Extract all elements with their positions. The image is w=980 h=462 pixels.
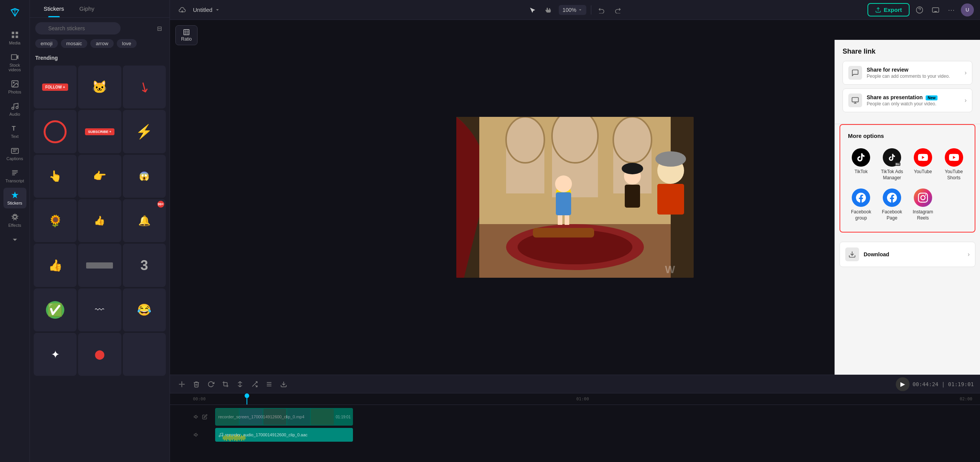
sticker-panel: Stickers Giphy 🔍 ⊟ emoji mosaic arrow lo… xyxy=(30,0,170,462)
redo-button[interactable] xyxy=(612,4,623,16)
tiktok-ads-icon: Biz xyxy=(883,148,901,167)
platform-tiktok[interactable]: TikTok xyxy=(848,145,874,184)
playhead[interactable] xyxy=(247,393,247,405)
more-options-section: More options TikTok Biz TikTo xyxy=(840,124,975,233)
sticker-bell[interactable]: 🔔 99+ xyxy=(123,199,166,242)
sidebar-item-stickers[interactable]: Stickers xyxy=(3,188,26,208)
timecode: 00:44:24 | 01:19:01 xyxy=(913,381,974,387)
sticker-arrow[interactable]: ↘ xyxy=(123,66,166,108)
cloud-save-button[interactable] xyxy=(176,4,188,16)
sticker-check[interactable]: ✅ xyxy=(34,288,77,331)
instagram-reels-icon xyxy=(914,188,932,207)
svg-text:T: T xyxy=(11,125,15,132)
like-sticker: 👍 xyxy=(94,215,105,226)
youtube-label: YouTube xyxy=(914,169,932,175)
sidebar-item-captions[interactable]: Captions xyxy=(3,143,26,164)
sticker-thumb[interactable]: 👍 xyxy=(34,244,77,287)
countdown-sticker: 3 xyxy=(140,257,148,274)
tag-love[interactable]: love xyxy=(117,39,137,48)
adjust-button[interactable] xyxy=(263,378,275,390)
sticker-countdown[interactable]: 3 xyxy=(123,244,166,287)
svg-rect-55 xyxy=(558,215,562,225)
sidebar-item-audio[interactable]: Audio xyxy=(3,99,26,120)
sidebar-item-photos[interactable]: Photos xyxy=(3,77,26,97)
delete-button[interactable] xyxy=(191,378,202,390)
platform-facebook-group[interactable]: Facebook group xyxy=(848,185,874,224)
undo-button[interactable] xyxy=(596,4,607,16)
svg-rect-5 xyxy=(15,36,18,38)
sidebar-item-transcript[interactable]: Transcript xyxy=(3,165,26,186)
sticker-scream[interactable]: 😱 xyxy=(123,155,166,198)
sidebar-item-text[interactable]: T Text xyxy=(3,121,26,142)
video-clip[interactable]: recorder_screen_1700014912600_clip_0.mp4… xyxy=(215,408,353,426)
platform-instagram-reels[interactable]: Instagram Reels xyxy=(910,185,936,224)
play-button[interactable]: ▶ xyxy=(896,377,910,391)
tab-giphy[interactable]: Giphy xyxy=(72,0,102,17)
download-clip-button[interactable] xyxy=(278,378,289,390)
audio-clip[interactable]: recorder_audio_1700014912600_clip_0.aac xyxy=(215,428,353,442)
sticker-lightning[interactable]: ⚡ xyxy=(123,110,166,153)
hand-sticker: 👉 xyxy=(93,170,106,182)
platform-facebook-page[interactable]: Facebook Page xyxy=(879,185,905,224)
trending-title: Trending xyxy=(30,52,170,64)
tab-stickers[interactable]: Stickers xyxy=(36,0,72,17)
sticker-hand[interactable]: 👉 xyxy=(78,155,121,198)
download-option[interactable]: Download › xyxy=(840,242,975,267)
youtube-shorts-label: YouTube Shorts xyxy=(942,169,965,181)
track-volume-button[interactable] xyxy=(193,413,200,420)
project-name[interactable]: Untitled xyxy=(193,7,220,13)
rotate-button[interactable] xyxy=(205,378,217,390)
sidebar-transcript-label: Transcript xyxy=(5,179,24,183)
hand-tool-button[interactable] xyxy=(543,4,554,16)
sticker-follow[interactable]: FOLLOW + xyxy=(34,66,77,108)
platform-youtube-shorts[interactable]: YouTube Shorts xyxy=(941,145,967,184)
sticker-tape[interactable] xyxy=(78,244,121,287)
flip-button[interactable] xyxy=(234,378,246,390)
export-button[interactable]: Export xyxy=(867,3,910,16)
track-edit-button[interactable] xyxy=(201,413,208,420)
svg-rect-33 xyxy=(184,29,189,35)
sticker-cat[interactable]: 🐱 xyxy=(78,66,121,108)
select-tool-button[interactable] xyxy=(527,4,538,16)
share-for-review-option[interactable]: Share for review People can add comments… xyxy=(843,61,972,85)
share-as-presentation-option[interactable]: Share as presentation New People can onl… xyxy=(843,88,972,112)
sidebar-photos-label: Photos xyxy=(8,90,21,94)
platform-youtube[interactable]: YouTube xyxy=(910,145,936,184)
sidebar-stock-label: Stock videos xyxy=(5,63,25,72)
sticker-tabs: Stickers Giphy xyxy=(30,0,170,18)
sticker-flower[interactable]: 🌻 xyxy=(34,199,77,242)
svg-rect-56 xyxy=(565,215,569,225)
sticker-cursor[interactable]: 👆 xyxy=(34,155,77,198)
sidebar-item-stock-videos[interactable]: Stock videos xyxy=(3,50,26,75)
help-button[interactable] xyxy=(913,4,926,16)
sidebar-item-more[interactable] xyxy=(3,232,26,247)
crop-button[interactable] xyxy=(220,378,231,390)
audio-volume-button[interactable] xyxy=(193,431,200,438)
platform-tiktok-ads[interactable]: Biz TikTok Ads Manager xyxy=(879,145,905,184)
sticker-laugh[interactable]: 😂 xyxy=(123,288,166,331)
search-input[interactable] xyxy=(35,22,121,34)
more-button[interactable]: ⋯ xyxy=(946,3,957,16)
tag-arrow[interactable]: arrow xyxy=(90,39,114,48)
user-avatar[interactable]: U xyxy=(961,3,974,16)
zoom-button[interactable]: 100% xyxy=(559,5,586,15)
tag-emoji[interactable]: emoji xyxy=(35,39,58,48)
filter-button[interactable]: ⊟ xyxy=(155,23,164,34)
sticker-empty[interactable] xyxy=(123,333,166,376)
ratio-button[interactable]: Ratio xyxy=(175,25,198,45)
ruler-00: 00:00 xyxy=(193,396,206,401)
sticker-subscribe[interactable]: SUBSCRIBE + xyxy=(78,110,121,153)
sticker-wave[interactable]: 〰 xyxy=(78,288,121,331)
keyboard-button[interactable] xyxy=(929,4,942,16)
sidebar-item-effects[interactable]: Effects xyxy=(3,210,26,231)
sticker-sparkle[interactable]: ✦ xyxy=(34,333,77,376)
sticker-red-partial[interactable]: ⬤ xyxy=(78,333,121,376)
split-button[interactable] xyxy=(176,378,188,390)
shuffle-button[interactable] xyxy=(249,378,260,390)
sticker-like[interactable]: 👍 xyxy=(78,199,121,242)
tag-mosaic[interactable]: mosaic xyxy=(61,39,87,48)
timeline-area: 00:00 01:00 02:00 recorder_screen_170001… xyxy=(170,393,980,462)
laugh-sticker: 😂 xyxy=(137,303,151,316)
sidebar-item-media[interactable]: Media xyxy=(3,28,26,48)
sticker-circle[interactable] xyxy=(34,110,77,153)
